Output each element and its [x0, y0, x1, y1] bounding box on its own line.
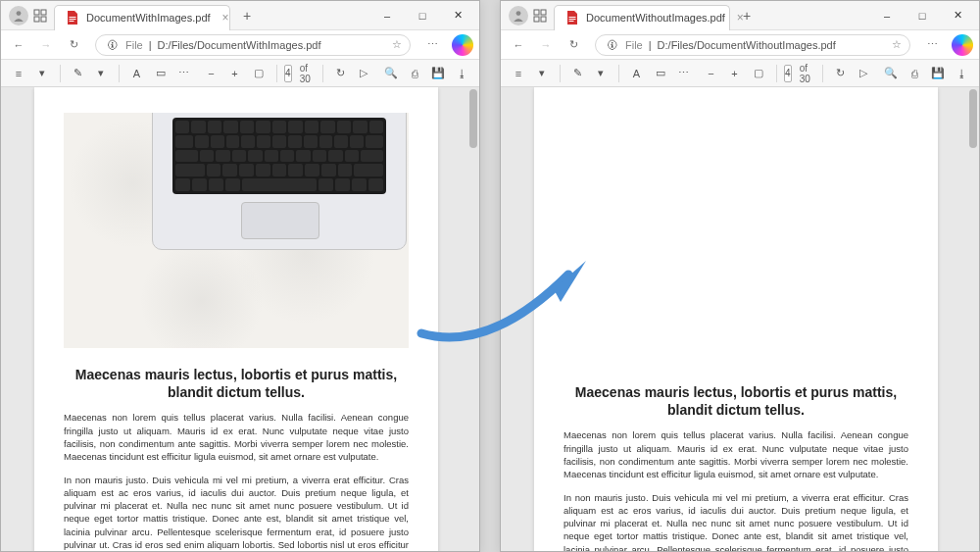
draw-caret-icon[interactable]: ▾: [591, 63, 611, 84]
back-button[interactable]: ←: [7, 33, 30, 57]
page-view-button[interactable]: ▭: [151, 63, 171, 84]
zoom-out-button[interactable]: −: [702, 63, 721, 84]
favorite-icon[interactable]: ☆: [892, 38, 902, 51]
profile-avatar[interactable]: [9, 6, 28, 25]
url-box[interactable]: 🛈 File | D:/Files/DocumentWithImages.pdf…: [95, 34, 411, 56]
workspaces-icon[interactable]: [32, 8, 48, 24]
document-image: [64, 113, 409, 348]
svg-rect-9: [534, 10, 539, 15]
print-button[interactable]: ⎙: [905, 63, 924, 84]
svg-rect-12: [541, 17, 546, 22]
site-info-icon[interactable]: 🛈: [104, 37, 120, 53]
svg-rect-3: [34, 17, 39, 22]
rotate-button[interactable]: ↻: [830, 63, 850, 84]
close-window-button[interactable]: ✕: [940, 2, 975, 29]
draw-caret-icon[interactable]: ▾: [91, 63, 111, 84]
fit-button[interactable]: ▢: [749, 63, 768, 84]
scrollbar-thumb[interactable]: [469, 89, 477, 148]
more-tools-button[interactable]: ⋯: [174, 63, 194, 84]
tab-title: DocumentWithoutImages.pdf: [586, 12, 725, 24]
browser-window-left: DocumentWithImages.pdf × + – □ ✕ ← → ↻ 🛈…: [0, 0, 480, 552]
zoom-in-button[interactable]: +: [725, 63, 745, 84]
tab-title: DocumentWithImages.pdf: [86, 12, 211, 24]
minimize-button[interactable]: –: [369, 2, 405, 29]
more-tools-button[interactable]: ⋯: [674, 63, 694, 84]
read-aloud-button[interactable]: A: [127, 63, 147, 84]
minimize-button[interactable]: –: [869, 2, 905, 29]
page-total-label: of 30: [300, 63, 311, 84]
doc-heading-1: Maecenas mauris lectus, lobortis et puru…: [564, 383, 908, 419]
address-bar: ← → ↻ 🛈 File | D:/Files/DocumentWithImag…: [1, 30, 479, 60]
page-number-input[interactable]: 4: [784, 65, 792, 82]
page-number-input[interactable]: 4: [284, 65, 292, 82]
browser-tab[interactable]: DocumentWithoutImages.pdf ×: [554, 5, 730, 30]
fit-button[interactable]: ▢: [249, 63, 269, 84]
svg-rect-4: [41, 17, 46, 22]
pdf-icon: [65, 10, 80, 25]
browser-window-right: DocumentWithoutImages.pdf × + – □ ✕ ← → …: [500, 0, 980, 552]
titlebar: DocumentWithoutImages.pdf × + – □ ✕: [501, 1, 979, 30]
contents-button[interactable]: ≡: [509, 63, 528, 84]
pdf-viewer[interactable]: Maecenas mauris lectus, lobortis et puru…: [1, 87, 479, 551]
print-button[interactable]: ⎙: [405, 63, 424, 84]
search-button[interactable]: 🔍: [381, 63, 401, 84]
close-window-button[interactable]: ✕: [440, 2, 475, 29]
svg-rect-2: [41, 10, 46, 15]
pdf-viewer[interactable]: Maecenas mauris lectus, lobortis et puru…: [501, 87, 979, 551]
contents-caret-icon[interactable]: ▾: [32, 63, 52, 84]
page-layout-button[interactable]: ▷: [354, 63, 373, 84]
reload-button[interactable]: ↻: [562, 33, 585, 57]
titlebar: DocumentWithImages.pdf × + – □ ✕: [1, 1, 479, 30]
draw-button[interactable]: ✎: [567, 63, 587, 84]
forward-button[interactable]: →: [534, 33, 558, 57]
url-box[interactable]: 🛈 File | D:/Files/DocumentWithoutImages.…: [595, 34, 910, 56]
url-scheme-label: File: [125, 39, 143, 51]
pdf-icon: [564, 10, 580, 25]
page-view-button[interactable]: ▭: [651, 63, 670, 84]
maximize-button[interactable]: □: [905, 2, 940, 29]
doc-paragraph: In non mauris justo. Duis vehicula mi ve…: [564, 491, 908, 551]
read-aloud-button[interactable]: A: [627, 63, 647, 84]
doc-paragraph: In non mauris justo. Duis vehicula mi ve…: [64, 474, 409, 551]
maximize-button[interactable]: □: [405, 2, 440, 29]
contents-caret-icon[interactable]: ▾: [532, 63, 552, 84]
new-tab-button[interactable]: +: [734, 3, 760, 28]
search-button[interactable]: 🔍: [881, 63, 901, 84]
reload-button[interactable]: ↻: [62, 33, 85, 57]
pdf-toolbar: ≡ ▾ ✎ ▾ A ▭ ⋯ − + ▢ 4 of 30 ↻ ▷ 🔍 ⎙ 💾 ⭳: [501, 60, 979, 87]
workspaces-icon[interactable]: [532, 8, 548, 24]
pdf-page: Maecenas mauris lectus, lobortis et puru…: [34, 87, 438, 551]
tab-close-button[interactable]: ×: [222, 11, 229, 25]
pdf-toolbar: ≡ ▾ ✎ ▾ A ▭ ⋯ − + ▢ 4 of 30 ↻ ▷ 🔍 ⎙ 💾 ⭳: [1, 60, 479, 87]
favorite-icon[interactable]: ☆: [392, 38, 402, 51]
download-button[interactable]: ⭳: [452, 63, 471, 84]
svg-rect-7: [70, 21, 74, 22]
svg-rect-13: [569, 17, 576, 18]
save-button[interactable]: 💾: [428, 63, 448, 84]
forward-button[interactable]: →: [34, 33, 58, 57]
copilot-icon[interactable]: [452, 34, 473, 56]
page-layout-button[interactable]: ▷: [854, 63, 873, 84]
menu-button[interactable]: ⋯: [420, 33, 444, 57]
menu-button[interactable]: ⋯: [920, 33, 944, 57]
scrollbar-thumb[interactable]: [969, 89, 977, 148]
window-controls: – □ ✕: [869, 2, 975, 29]
profile-avatar[interactable]: [509, 6, 528, 25]
pdf-page: Maecenas mauris lectus, lobortis et puru…: [534, 87, 938, 551]
svg-rect-15: [569, 21, 574, 22]
rotate-button[interactable]: ↻: [330, 63, 350, 84]
browser-tab[interactable]: DocumentWithImages.pdf ×: [54, 5, 230, 30]
zoom-out-button[interactable]: −: [202, 63, 221, 84]
site-info-icon[interactable]: 🛈: [604, 37, 619, 53]
window-controls: – □ ✕: [369, 2, 475, 29]
new-tab-button[interactable]: +: [234, 3, 260, 28]
download-button[interactable]: ⭳: [952, 63, 971, 84]
svg-rect-5: [70, 17, 76, 18]
page-total-label: of 30: [800, 63, 810, 84]
copilot-icon[interactable]: [952, 34, 973, 56]
back-button[interactable]: ←: [507, 33, 530, 57]
save-button[interactable]: 💾: [928, 63, 948, 84]
draw-button[interactable]: ✎: [68, 63, 87, 84]
zoom-in-button[interactable]: +: [225, 63, 245, 84]
contents-button[interactable]: ≡: [9, 63, 28, 84]
